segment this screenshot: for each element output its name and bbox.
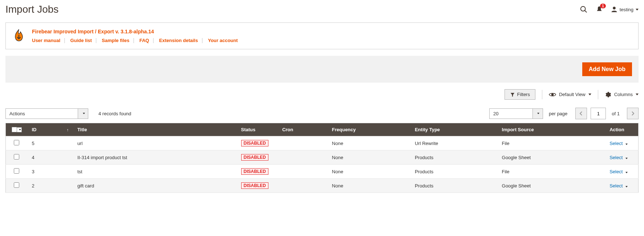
cell-import-source: File bbox=[498, 165, 605, 179]
notification-badge: 1 bbox=[600, 4, 606, 8]
cell-title: II-314 import product tst bbox=[73, 150, 237, 165]
column-header-import-source[interactable]: Import Source bbox=[498, 123, 605, 136]
per-page-dropdown[interactable]: 20 bbox=[489, 108, 543, 119]
records-found-text: 4 records found bbox=[98, 111, 131, 116]
cell-title: url bbox=[73, 136, 237, 150]
cell-status: DISABLED bbox=[237, 150, 278, 165]
link-sample-files[interactable]: Sample files bbox=[102, 38, 129, 43]
link-your-account[interactable]: Your account bbox=[208, 38, 238, 43]
row-checkbox[interactable] bbox=[14, 140, 19, 145]
columns-label: Columns bbox=[614, 92, 633, 97]
bulk-actions-toggle[interactable] bbox=[78, 108, 88, 119]
notifications-icon[interactable]: 1 bbox=[596, 6, 603, 13]
chevron-left-icon bbox=[580, 111, 583, 116]
cell-id: 2 bbox=[27, 179, 73, 193]
row-checkbox[interactable] bbox=[14, 168, 19, 174]
page-of-text: of 1 bbox=[612, 111, 620, 116]
cell-status: DISABLED bbox=[237, 179, 278, 193]
status-badge: DISABLED bbox=[241, 154, 268, 161]
svg-point-2 bbox=[613, 7, 616, 10]
status-badge: DISABLED bbox=[241, 140, 268, 146]
cell-entity-type: Products bbox=[410, 150, 498, 165]
cell-frequency: None bbox=[328, 136, 410, 150]
cell-action: Select bbox=[605, 179, 638, 193]
page-title: Import Jobs bbox=[5, 4, 58, 15]
row-checkbox[interactable] bbox=[14, 154, 19, 160]
table-row[interactable]: 3tstDISABLEDNoneProductsFileSelect bbox=[6, 165, 639, 179]
user-menu[interactable]: testing bbox=[611, 6, 639, 13]
columns-dropdown[interactable]: Columns bbox=[605, 91, 639, 98]
select-all-checkbox[interactable] bbox=[12, 127, 17, 132]
row-checkbox[interactable] bbox=[14, 182, 19, 188]
column-header-cron[interactable]: Cron bbox=[278, 123, 328, 136]
next-page-button[interactable] bbox=[627, 108, 639, 119]
column-header-title[interactable]: Title bbox=[73, 123, 237, 136]
cell-frequency: None bbox=[328, 150, 410, 165]
column-header-frequency[interactable]: Frequency bbox=[328, 123, 410, 136]
cell-import-source: Google Sheet bbox=[498, 150, 605, 165]
cell-cron bbox=[278, 165, 328, 179]
per-page-toggle[interactable] bbox=[533, 108, 543, 119]
filter-icon bbox=[510, 92, 515, 97]
cell-cron bbox=[278, 150, 328, 165]
sort-asc-icon: ↑ bbox=[66, 128, 69, 132]
column-header-status[interactable]: Status bbox=[237, 123, 278, 136]
prev-page-button[interactable] bbox=[575, 108, 587, 119]
cell-cron bbox=[278, 136, 328, 150]
table-row[interactable]: 5urlDISABLEDNoneUrl RewriteFileSelect bbox=[6, 136, 639, 150]
chevron-down-icon bbox=[625, 158, 628, 159]
cell-action: Select bbox=[605, 150, 638, 165]
cell-status: DISABLED bbox=[237, 165, 278, 179]
column-header-action: Action bbox=[605, 123, 638, 136]
link-faq[interactable]: FAQ bbox=[139, 38, 149, 43]
link-guide-list[interactable]: Guide list bbox=[70, 38, 92, 43]
column-header-id[interactable]: ID↑ bbox=[27, 123, 73, 136]
filters-button[interactable]: Filters bbox=[505, 89, 535, 100]
plugin-title: Firebear Improved Import / Export v. 3.1… bbox=[32, 29, 238, 34]
cell-entity-type: Products bbox=[410, 165, 498, 179]
cell-entity-type: Url Rewrite bbox=[410, 136, 498, 150]
bulk-actions-label: Actions bbox=[5, 108, 78, 119]
eye-icon bbox=[549, 92, 556, 97]
cell-id: 3 bbox=[27, 165, 73, 179]
firebear-logo-icon bbox=[13, 29, 25, 42]
row-select-action[interactable]: Select bbox=[609, 141, 628, 146]
bulk-actions-dropdown[interactable]: Actions bbox=[5, 108, 88, 119]
default-view-dropdown[interactable]: Default View bbox=[549, 92, 591, 97]
status-badge: DISABLED bbox=[241, 182, 268, 189]
table-row[interactable]: 4II-314 import product tstDISABLEDNonePr… bbox=[6, 150, 639, 165]
chevron-down-icon bbox=[19, 129, 21, 131]
chevron-right-icon bbox=[631, 111, 634, 116]
user-name: testing bbox=[620, 7, 633, 12]
chevron-down-icon bbox=[588, 94, 591, 95]
cell-frequency: None bbox=[328, 165, 410, 179]
link-extension-details[interactable]: Extension details bbox=[159, 38, 198, 43]
filters-label: Filters bbox=[517, 92, 530, 97]
svg-point-0 bbox=[580, 7, 585, 11]
cell-status: DISABLED bbox=[237, 136, 278, 150]
link-user-manual[interactable]: User manual bbox=[32, 38, 60, 43]
svg-line-1 bbox=[584, 11, 587, 13]
jobs-table: ID↑ Title Status Cron Frequency Entity T… bbox=[5, 123, 639, 193]
cell-title: tst bbox=[73, 165, 237, 179]
chevron-down-icon bbox=[625, 186, 628, 187]
chevron-down-icon bbox=[83, 113, 85, 114]
row-select-action[interactable]: Select bbox=[609, 183, 628, 189]
gear-icon bbox=[605, 91, 611, 98]
svg-point-3 bbox=[551, 94, 553, 95]
row-select-action[interactable]: Select bbox=[609, 155, 628, 160]
column-header-entity-type[interactable]: Entity Type bbox=[410, 123, 498, 136]
select-all-dropdown[interactable] bbox=[17, 127, 22, 132]
per-page-value: 20 bbox=[489, 108, 533, 119]
cell-import-source: File bbox=[498, 136, 605, 150]
cell-entity-type: Products bbox=[410, 179, 498, 193]
add-new-job-button[interactable]: Add New Job bbox=[582, 62, 632, 76]
plugin-info-box: Firebear Improved Import / Export v. 3.1… bbox=[5, 22, 639, 49]
search-icon[interactable] bbox=[580, 5, 588, 13]
row-select-action[interactable]: Select bbox=[609, 169, 628, 174]
chevron-down-icon bbox=[625, 172, 628, 173]
page-number-input[interactable] bbox=[591, 108, 606, 119]
chevron-down-icon bbox=[625, 144, 628, 145]
table-row[interactable]: 2gift cardDISABLEDNoneProductsGoogle She… bbox=[6, 179, 639, 193]
chevron-down-icon bbox=[636, 9, 639, 11]
